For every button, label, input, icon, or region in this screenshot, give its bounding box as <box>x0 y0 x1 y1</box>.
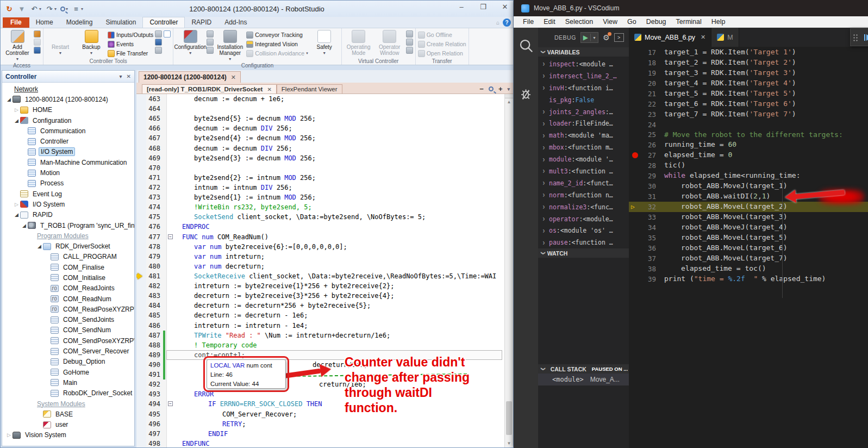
tree-item[interactable]: Event Log <box>2 189 134 199</box>
variable-row[interactable]: ❯name_2_id: <funct… <box>538 177 629 189</box>
editor-tab[interactable]: FlexPendant Viewer <box>277 84 342 94</box>
tree-item[interactable]: RoboDK_Driver_Socket <box>2 388 134 399</box>
monitor-icon[interactable] <box>34 47 41 54</box>
zoom-reset-icon[interactable] <box>489 86 494 91</box>
app-logo-icon[interactable]: ↻ <box>4 4 15 13</box>
expand-icon[interactable]: ❯ <box>542 181 549 185</box>
menu-debug[interactable]: Debug <box>641 18 671 26</box>
tree-item[interactable]: ◢Configuration <box>2 115 134 126</box>
variable-row[interactable]: ❯joints_2_angles: … <box>538 106 629 118</box>
inputs/outputs-button[interactable]: Inputs/Outputs <box>108 30 153 39</box>
tree-item[interactable]: COM_SendJoints <box>2 315 134 325</box>
variable-row[interactable]: ❯inspect: <module … <box>538 58 629 70</box>
ribbon-tab-simulation[interactable]: Simulation <box>99 17 142 28</box>
maximize-icon[interactable]: ❒ <box>479 3 487 11</box>
tree-item[interactable]: COM_Initialise <box>2 272 134 283</box>
callstack-frame[interactable]: <module> Move_A... <box>538 374 629 385</box>
debug-gear-icon[interactable]: ⚙ <box>603 33 610 42</box>
menu-selection[interactable]: Selection <box>560 18 598 26</box>
editor-tab-m[interactable]: M <box>711 28 739 47</box>
expand-icon[interactable]: ▷ <box>13 107 20 113</box>
lock-icon[interactable] <box>34 39 41 46</box>
variable-row[interactable]: ❯math: <module 'ma… <box>538 129 629 141</box>
start-debug-button[interactable]: ▶▼ <box>580 32 598 43</box>
expand-icon[interactable]: ❯ <box>542 61 549 66</box>
redo-icon[interactable]: ↷▾ <box>44 4 58 13</box>
tree-item[interactable]: ▷I/O System <box>2 199 134 209</box>
continue-icon[interactable] <box>860 30 868 45</box>
tree-item[interactable]: Motion <box>2 167 134 178</box>
expand-icon[interactable]: ❯ <box>542 240 549 245</box>
tree-item[interactable]: ◢RAPID <box>2 210 134 220</box>
expand-icon[interactable]: ❯ <box>542 228 549 233</box>
collapse-icon[interactable]: ◢ <box>21 223 28 228</box>
integrated-vision-button[interactable]: Integrated Vision <box>246 40 308 48</box>
menu-file[interactable]: File <box>518 18 539 26</box>
tree-item[interactable]: I/O System <box>2 147 134 157</box>
undo-icon[interactable]: ↶▾ <box>29 4 42 13</box>
variable-row[interactable]: ❯module: <module '… <box>538 153 629 165</box>
tree-item[interactable]: Man-Machine Communication <box>2 157 134 167</box>
tree-item[interactable]: COM_ReadJoints <box>2 283 134 294</box>
expand-icon[interactable]: ❯ <box>542 73 549 78</box>
tree-item[interactable]: ▷Vision System <box>2 430 134 440</box>
ribbon-tab-file[interactable]: File <box>3 17 29 28</box>
breakpoint-icon[interactable] <box>632 152 638 158</box>
menu-go[interactable]: Go <box>622 18 641 26</box>
variables-section-header[interactable]: ❯ VARIABLES <box>538 47 629 57</box>
tree-item[interactable]: COM_Finalise <box>2 262 134 272</box>
pin-icon[interactable] <box>164 30 171 38</box>
windd-icon[interactable] <box>155 30 162 38</box>
minimize-icon[interactable]: – <box>458 3 465 11</box>
expand-icon[interactable]: ❯ <box>542 121 549 126</box>
minimize-ribbon-icon[interactable]: ⌂ <box>496 20 499 26</box>
close-tab-icon[interactable]: ✕ <box>701 34 705 41</box>
safety-button[interactable]: Safety▼ <box>310 29 339 56</box>
tree-item[interactable]: System Modules <box>2 399 134 409</box>
debug-bug-icon[interactable] <box>519 86 533 101</box>
scrollbar-thumb[interactable] <box>506 401 512 435</box>
configuration-button[interactable]: Configuration▼ <box>176 29 205 56</box>
zoom-in-icon[interactable]: + <box>498 85 503 93</box>
variable-row[interactable]: ❯mbox: <function m… <box>538 141 629 153</box>
expand-icon[interactable]: ❯ <box>542 109 549 114</box>
tree-item[interactable]: CALL_PROGRAM <box>2 252 134 262</box>
tree-item[interactable]: GoHome <box>2 367 134 377</box>
tree-item[interactable]: Communication <box>2 126 134 136</box>
ribbon-tab-rapid[interactable]: RAPID <box>185 17 218 28</box>
python-code-view[interactable]: 17target_1 = RDK.Item('Target 1')18targe… <box>629 47 868 448</box>
zoom-out-icon[interactable]: − <box>479 85 484 93</box>
expand-icon[interactable]: ❯ <box>542 157 549 162</box>
callstack-section-header[interactable]: ❯ CALL STACK PAUSED ON ... <box>538 364 629 374</box>
monitor-icon[interactable] <box>155 39 162 46</box>
griddd-icon[interactable] <box>207 47 214 54</box>
zoom-icon[interactable]: ▾ <box>59 7 69 11</box>
variable-row[interactable]: ❯invH: <function i… <box>538 82 629 94</box>
ribbon-tab-modeling[interactable]: Modeling <box>60 17 99 28</box>
collapse-icon[interactable]: ◢ <box>13 212 20 217</box>
tree-item[interactable]: COM_ReadPoseXYZRPW <box>2 304 134 314</box>
split-editor-icon[interactable]: ▾ <box>507 86 510 92</box>
splitter-grip[interactable] <box>505 94 513 98</box>
scroll-up-icon[interactable]: ▲ <box>505 98 513 106</box>
collapse-icon[interactable]: ◢ <box>36 244 43 249</box>
menu-terminal[interactable]: Terminal <box>671 18 707 26</box>
tree-item[interactable]: ◢RDK_DriverSocket <box>2 241 134 251</box>
fold-icon[interactable]: − <box>168 234 173 239</box>
tree-item[interactable]: Process <box>2 178 134 189</box>
variable-row[interactable]: is_pkg: False <box>538 94 629 106</box>
tree-item[interactable]: ◢T_ROB1 (Program 'sync_UR_final') <box>2 220 134 231</box>
variable-row[interactable]: ❯normalize3: <func… <box>538 201 629 213</box>
expand-icon[interactable]: ❯ <box>542 216 549 221</box>
expand-icon[interactable]: ❯ <box>542 133 549 138</box>
tree-item[interactable]: COM_Server_Recover <box>2 346 134 356</box>
debug-console-icon[interactable]: > <box>614 33 624 42</box>
variable-row[interactable]: ❯pause: <function … <box>538 237 629 248</box>
tree-item[interactable]: user <box>2 420 134 430</box>
toolbar-grip-icon[interactable] <box>853 34 858 41</box>
expand-icon[interactable]: ❯ <box>542 85 549 90</box>
backup-button[interactable]: Backup▼ <box>77 29 106 56</box>
variable-row[interactable]: ❯operator: <module… <box>538 213 629 225</box>
menu-help[interactable]: Help <box>707 18 730 26</box>
ribbon-tab-add-ins[interactable]: Add-Ins <box>218 17 253 28</box>
